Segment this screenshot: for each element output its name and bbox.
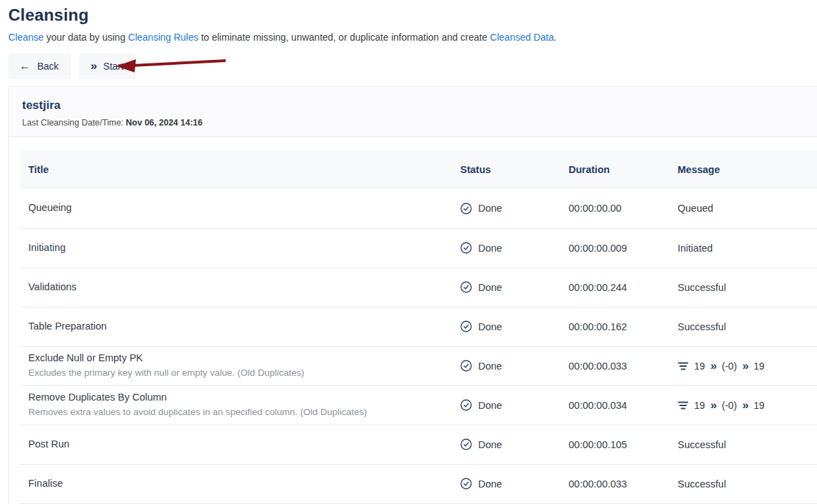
toolbar: ← Back » Start (8, 53, 817, 79)
step-title: Validations (28, 281, 449, 294)
step-title: Initiating (28, 241, 449, 255)
count-input: 19 (694, 361, 705, 372)
step-description: Excludes the primary key with null or em… (28, 366, 449, 380)
last-cleansing-value: Nov 06, 2024 14:16 (126, 118, 202, 128)
step-title: Finalise (28, 477, 449, 491)
back-button[interactable]: ← Back (8, 53, 71, 79)
status-label: Done (478, 361, 502, 372)
status-label: Done (478, 400, 502, 411)
cleansing-card: testjira Last Cleansing Date/Time: Nov 0… (8, 86, 817, 504)
last-cleansing-label: Last Cleansing Date/Time: (22, 118, 124, 128)
step-title: Table Preparation (28, 320, 449, 334)
table-row: Table Preparation Done 00:00:00.162 Succ… (20, 307, 817, 346)
count-output: 19 (754, 361, 765, 372)
column-header-title: Title (20, 150, 455, 189)
check-circle-icon (460, 439, 472, 450)
intro-link-cleansing-rules[interactable]: Cleansing Rules (128, 32, 199, 43)
duration-value: 00:00:00.162 (569, 321, 627, 332)
message-text: Queued (678, 203, 713, 214)
table-row: Finalise Done 00:00:00.033 Successful (20, 464, 817, 503)
duration-value: 00:00:00.033 (569, 478, 627, 490)
dataset-title: testjira (22, 99, 817, 112)
table-row: Initiating Done 00:00:00.009 Initiated (20, 228, 817, 268)
message-text: Successful (678, 439, 726, 450)
filter-lines-icon (678, 361, 689, 371)
status-label: Done (478, 478, 502, 490)
double-chevron-icon: » (742, 399, 748, 411)
message-text: Successful (678, 282, 726, 293)
table-row: Remove Duplicates By Column Removes extr… (20, 385, 817, 425)
duration-value: 00:00:00.244 (569, 282, 627, 293)
duration-value: 00:00:00.105 (569, 439, 627, 450)
duration-value: 00:00:00.033 (569, 361, 627, 372)
count-input: 19 (694, 400, 705, 411)
back-arrow-icon: ← (19, 61, 30, 72)
duration-value: 00:00:00.009 (569, 243, 627, 254)
column-header-message: Message (672, 150, 817, 189)
status-label: Done (478, 321, 502, 332)
start-button[interactable]: » Start (79, 53, 136, 79)
intro-text: Cleanse your data by using Cleansing Rul… (8, 32, 817, 43)
step-title: Queueing (28, 201, 449, 215)
last-cleansing-datetime: Last Cleansing Date/Time: Nov 06, 2024 1… (22, 118, 817, 128)
filter-lines-icon (678, 401, 689, 410)
step-title: Exclude Null or Empty PK (28, 352, 449, 365)
status-label: Done (478, 203, 502, 214)
message-counts: 19 » (-0) » 19 (678, 360, 817, 372)
card-header: testjira Last Cleansing Date/Time: Nov 0… (9, 87, 817, 137)
cleansing-steps-table: Title Status Duration Message Queueing D… (20, 150, 817, 504)
table-row: Post Run Done 00:00:00.105 Successful (20, 425, 817, 464)
back-button-label: Back (37, 61, 59, 72)
count-removed: (-0) (722, 361, 737, 372)
duration-value: 00:00:00.00 (569, 203, 622, 214)
table-row: Validations Done 00:00:00.244 Successful (20, 268, 817, 307)
table-row: Queueing Done 00:00:00.00 Queued (20, 189, 817, 228)
intro-link-cleansed-data[interactable]: Cleansed Data (490, 32, 554, 43)
status-label: Done (478, 282, 502, 293)
table-header-row: Title Status Duration Message (20, 150, 817, 189)
intro-link-cleanse[interactable]: Cleanse (8, 32, 43, 43)
double-chevron-icon: » (711, 399, 716, 411)
table-row: Exclude Null or Empty PK Excludes the pr… (20, 346, 817, 385)
check-circle-icon (460, 242, 472, 254)
message-text: Initiated (678, 243, 713, 254)
message-text: Successful (678, 478, 726, 490)
step-title: Remove Duplicates By Column (28, 391, 449, 405)
check-circle-icon (460, 399, 472, 411)
column-header-status: Status (455, 150, 563, 189)
check-circle-icon (460, 281, 472, 293)
page-title: Cleansing (8, 6, 817, 25)
check-circle-icon (460, 478, 472, 490)
count-removed: (-0) (722, 400, 737, 411)
double-chevron-icon: » (711, 360, 716, 372)
duration-value: 00:00:00.034 (569, 400, 627, 411)
message-counts: 19 » (-0) » 19 (678, 399, 817, 411)
intro-static-text: to eliminate missing, unwanted, or dupli… (199, 32, 491, 43)
step-title: Post Run (28, 438, 449, 452)
check-circle-icon (460, 203, 472, 214)
cleansing-page: Cleansing Cleanse your data by using Cle… (0, 6, 817, 504)
intro-static-text: . (554, 32, 557, 43)
start-button-label: Start (104, 61, 124, 72)
step-description: Removes extra values to avoid duplicates… (28, 405, 449, 419)
double-chevron-icon: » (90, 60, 96, 72)
status-label: Done (478, 243, 502, 254)
message-text: Successful (678, 321, 726, 332)
intro-static-text: your data by using (43, 32, 128, 43)
check-circle-icon (460, 321, 472, 332)
double-chevron-icon: » (742, 360, 748, 372)
count-output: 19 (754, 400, 765, 411)
check-circle-icon (460, 360, 472, 372)
status-label: Done (478, 439, 502, 450)
column-header-duration: Duration (563, 150, 672, 189)
